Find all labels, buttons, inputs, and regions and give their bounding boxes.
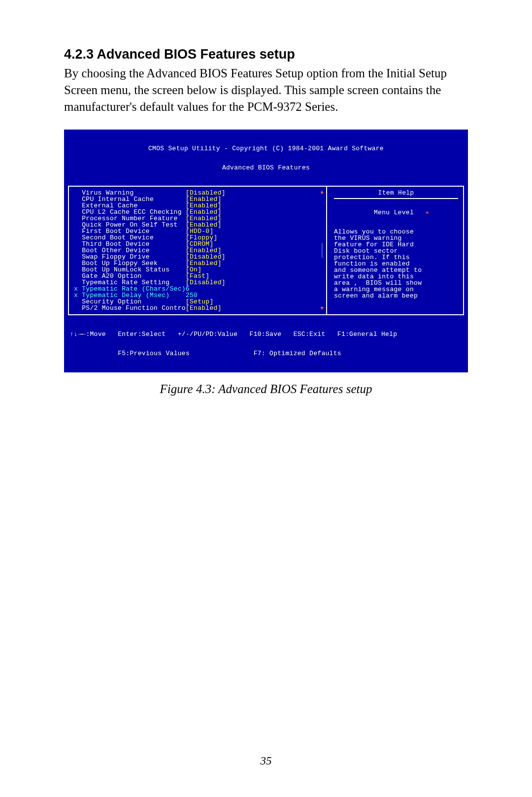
figure-caption: Figure 4.3: Advanced BIOS Features setup bbox=[64, 382, 468, 396]
section-heading: 4.2.3 Advanced BIOS Features setup bbox=[64, 47, 468, 62]
help-menu-level: Menu Level ▸ bbox=[334, 203, 458, 222]
page-number: 35 bbox=[0, 755, 532, 767]
bios-setting-row[interactable]: PS/2 Mouse Function Contro[Enabled] bbox=[74, 305, 324, 311]
bios-title-line2: Advanced BIOS Features bbox=[64, 165, 468, 171]
setting-value[interactable]: [Disabled] bbox=[186, 279, 226, 286]
help-title: Item Help bbox=[334, 190, 458, 199]
body-paragraph: By choosing the Advanced BIOS Features S… bbox=[64, 65, 468, 115]
bios-title-line1: CMOS Setup Utility - Copyright (C) 1984-… bbox=[64, 145, 468, 152]
bios-help-panel: Item Help Menu Level ▸ Allows you to cho… bbox=[326, 186, 464, 315]
bios-settings-panel: Virus Warning [Disabled] CPU Internal Ca… bbox=[68, 186, 326, 315]
bios-title: CMOS Setup Utility - Copyright (C) 1984-… bbox=[64, 132, 468, 186]
help-text-line: screen and alarm beep bbox=[334, 293, 458, 299]
bios-footer: ↑↓→←:Move Enter:Select +/-/PU/PD:Value F… bbox=[64, 315, 468, 370]
scroll-up-icon[interactable]: ▲ bbox=[321, 190, 324, 195]
setting-value[interactable]: [Enabled] bbox=[186, 304, 222, 312]
footer-line1: ↑↓→←:Move Enter:Select +/-/PU/PD:Value F… bbox=[70, 331, 462, 337]
footer-line2: F5:Previous Values F7: Optimized Default… bbox=[70, 350, 462, 357]
scroll-down-icon[interactable]: ▼ bbox=[321, 306, 324, 311]
bios-scrollbar[interactable]: ▲ ▼ bbox=[320, 190, 324, 311]
bios-screenshot: CMOS Setup Utility - Copyright (C) 1984-… bbox=[64, 130, 468, 372]
chevron-right-icon: ▸ bbox=[426, 209, 430, 216]
setting-label: PS/2 Mouse Function Contro bbox=[74, 304, 186, 312]
